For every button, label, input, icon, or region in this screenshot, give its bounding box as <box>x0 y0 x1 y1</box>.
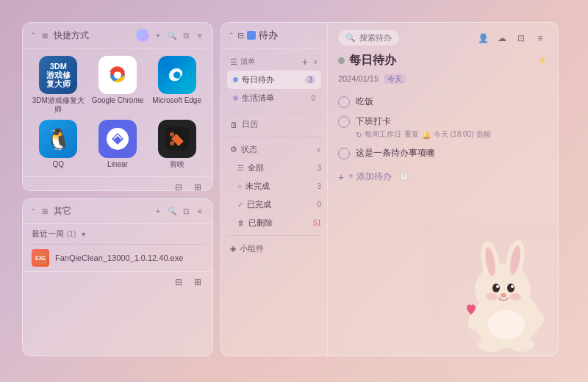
done-label: 已完成 <box>247 199 271 210</box>
task-2-meta: ↻ 每周工作日 重复 🔔 今天 (18:00) 提醒 <box>356 129 491 140</box>
app-icon-3dm: 3DM游戏修复大师 <box>39 56 77 94</box>
svg-point-23 <box>509 293 521 300</box>
task-1[interactable]: 吃饭 <box>338 92 548 112</box>
life-count: 0 <box>305 94 315 102</box>
bell-icon: 🔔 <box>422 131 431 139</box>
list-view-icon[interactable]: ⊟ <box>171 180 186 195</box>
avatar-todo-icon[interactable]: 👤 <box>476 31 490 46</box>
task-2-circle[interactable] <box>338 116 350 128</box>
meta-time: 今天 (18:00) <box>434 129 473 140</box>
sidebar-divider-1 <box>227 112 321 112</box>
task-3-circle[interactable] <box>338 148 350 159</box>
task-1-text: 吃饭 <box>356 96 373 108</box>
list-icon: ☰ <box>230 57 237 67</box>
trash-icon: 🗑 <box>237 219 245 227</box>
pin-other-icon[interactable]: ⊞ <box>40 206 50 217</box>
bookmark-other-icon[interactable]: ⊡ <box>181 206 191 217</box>
date-text: 2024/01/15 <box>338 74 379 83</box>
status-all[interactable]: ☰ 全部 3 <box>221 159 327 177</box>
app-item-qq[interactable]: 🐧 QQ <box>32 120 85 169</box>
app-item-linear[interactable]: Linear <box>91 120 145 169</box>
daily-count: 3 <box>305 76 315 84</box>
menu-other-icon[interactable]: ≡ <box>195 206 205 217</box>
add-icon[interactable]: + <box>153 30 163 40</box>
chevron-todo-icon[interactable]: ⌃ <box>229 32 234 39</box>
task-1-content: 吃饭 <box>356 96 373 108</box>
chevron-list-icon[interactable]: ∨ <box>313 58 318 65</box>
add-list-button[interactable]: + <box>302 56 308 68</box>
search-other-icon[interactable]: 🔍 <box>167 206 177 217</box>
calendar-icon: 🗓 <box>230 120 238 129</box>
check-icon: ✓ <box>237 201 243 209</box>
app-label-linear: Linear <box>107 160 128 169</box>
cloud-icon[interactable]: ☁ <box>495 31 509 46</box>
more-icon[interactable]: ≡ <box>533 31 548 46</box>
chevron-icon[interactable]: ⌃ <box>30 32 36 39</box>
list-section-label: 清单 <box>240 57 255 67</box>
status-deleted[interactable]: 🗑 已删除 51 <box>221 214 327 232</box>
todo-main: 🔍 搜索待办 👤 ☁ ⊡ ≡ 每日待办 ⚡ <box>328 23 558 356</box>
chevron-other-icon[interactable]: ⌃ <box>30 208 36 215</box>
todo-list-life[interactable]: 生活清单 0 <box>227 89 321 107</box>
widget-icon: ◈ <box>230 244 236 253</box>
circle-icon: ○ <box>237 182 242 190</box>
app-item-chrome[interactable]: Google Chrome <box>91 56 145 114</box>
pin-icon[interactable]: ⊞ <box>40 30 50 40</box>
todo-list-daily-left: 每日待办 <box>233 74 274 85</box>
svg-point-6 <box>170 141 174 145</box>
status-section-header[interactable]: ⚙ 状态 ∨ <box>221 140 327 159</box>
status-undone[interactable]: ○ 未完成 3 <box>221 177 327 195</box>
svg-point-20 <box>511 285 514 288</box>
svg-point-26 <box>468 319 483 331</box>
status-done-left: ✓ 已完成 <box>237 199 271 210</box>
todo-search[interactable]: 🔍 搜索待办 <box>338 30 399 46</box>
todo-list-daily[interactable]: 每日待办 3 <box>227 71 321 89</box>
grid-view-other-icon[interactable]: ⊞ <box>190 275 205 289</box>
avatar <box>136 29 149 42</box>
add-todo-button[interactable]: + + 添加待办 🕐 <box>338 166 548 187</box>
svg-text:EXE: EXE <box>35 256 46 261</box>
filter-icon[interactable]: ⚡ <box>537 56 548 65</box>
svg-point-21 <box>501 293 506 298</box>
shortcuts-footer: ⊟ ⊞ <box>23 176 212 198</box>
widget-section[interactable]: ◈ 小组件 <box>221 239 327 259</box>
svg-point-19 <box>496 285 499 288</box>
other-panel: ⌃ ⊞ 其它 + 🔍 ⊡ ≡ 最近一周 (1) ▼ EXE FanQieClea… <box>22 198 213 356</box>
task-3-content: 这是一条待办事项噢 <box>356 147 435 159</box>
app-item-cut[interactable]: 剪映 <box>150 120 204 169</box>
app-grid: 3DM游戏修复大师 3DM游戏修复大师 <box>23 48 212 176</box>
task-3-text: 这是一条待办事项噢 <box>356 147 435 159</box>
task-1-circle[interactable] <box>338 96 350 108</box>
menu-icon[interactable]: ≡ <box>195 30 205 40</box>
export-icon[interactable]: ⊡ <box>514 31 528 46</box>
pin-todo-icon[interactable]: ⊟ <box>237 31 244 40</box>
app-icon-cut <box>158 120 196 158</box>
add-todo-clock-icon: 🕐 <box>399 172 409 181</box>
task-2[interactable]: 下班打卡 ↻ 每周工作日 重复 🔔 今天 (18:00) 提醒 <box>338 112 548 143</box>
status-done[interactable]: ✓ 已完成 0 <box>221 195 327 214</box>
dropdown-arrow-icon[interactable]: ▼ <box>80 231 87 238</box>
app-item-3dm[interactable]: 3DM游戏修复大师 3DM游戏修复大师 <box>32 56 85 114</box>
repeat-icon: ↻ <box>356 131 362 139</box>
svg-point-3 <box>114 72 121 79</box>
today-badge: 今天 <box>384 74 406 84</box>
app-label-3dm: 3DM游戏修复大师 <box>32 96 85 114</box>
file-name: FanQieClean_13000_1.0.12.40.exe <box>55 253 183 262</box>
task-3[interactable]: 这是一条待办事项噢 <box>338 143 548 163</box>
todo-main-title: 每日待办 <box>338 53 396 68</box>
status-undone-left: ○ 未完成 <box>237 181 270 192</box>
list-view-other-icon[interactable]: ⊟ <box>171 275 186 289</box>
svg-point-17 <box>492 284 500 292</box>
app-item-edge[interactable]: Microsoft Edge <box>150 56 204 114</box>
life-dot <box>233 96 238 101</box>
shortcuts-panel: ⌃ ⊞ 快捷方式 + 🔍 ⊡ ≡ 3DM游戏修复大师 3DM游戏修复大师 <box>22 22 213 191</box>
calendar-section[interactable]: 🗓 日历 <box>221 115 327 134</box>
all-count: 3 <box>311 164 321 172</box>
file-item[interactable]: EXE FanQieClean_13000_1.0.12.40.exe <box>23 245 212 271</box>
svg-point-27 <box>527 317 542 329</box>
bookmark-icon[interactable]: ⊡ <box>181 30 191 40</box>
add-other-icon[interactable]: + <box>153 206 163 217</box>
status-label: 状态 <box>241 144 257 155</box>
search-icon[interactable]: 🔍 <box>167 30 177 40</box>
grid-view-icon[interactable]: ⊞ <box>190 180 205 195</box>
